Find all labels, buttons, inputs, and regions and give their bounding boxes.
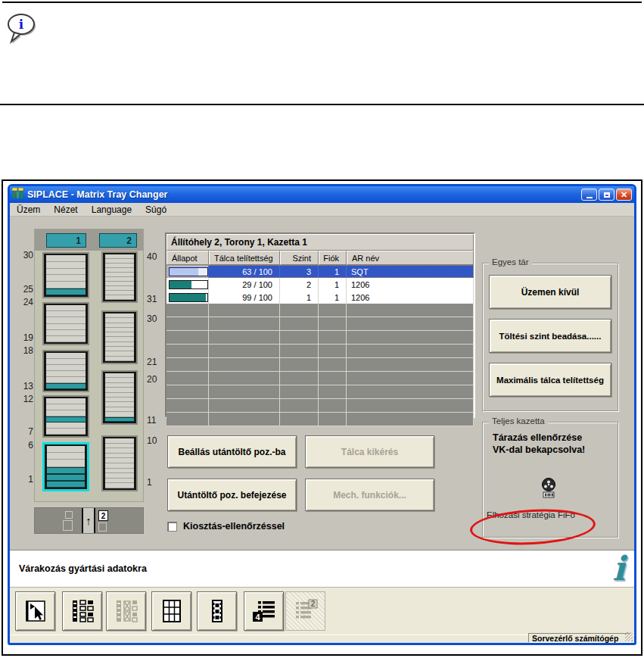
column-header-szint[interactable]: Szint (280, 251, 319, 265)
close-button[interactable]: ✕ (616, 189, 632, 201)
kiosztas-checkbox[interactable] (167, 522, 177, 532)
ar-name-cell: 1206 (347, 278, 474, 291)
elevator-ghost-box (65, 511, 73, 519)
tray-slot (105, 458, 134, 463)
empty-cell (166, 385, 209, 398)
resize-grip[interactable] (625, 632, 633, 641)
utantolto-befejezese-button[interactable]: Utántöltő poz. befejezése (167, 479, 297, 511)
empty-cell (347, 317, 474, 330)
list-level-4-toolbutton[interactable]: 4 (244, 591, 284, 631)
tower-2-label: 2 (99, 233, 137, 248)
tray-slot (46, 416, 86, 423)
status-cell (166, 278, 209, 291)
siplace-logo-icon (12, 188, 24, 201)
empty-cell (347, 413, 474, 426)
cassette-tower1-18-13[interactable] (42, 350, 89, 392)
tray-slot (46, 410, 86, 416)
title-bar[interactable]: SIPLACE - Matrix Tray Changer ✕ (10, 186, 634, 203)
mech-funkciok-button[interactable]: Mech. funkciók... (305, 479, 434, 511)
cassette-tower2-10-1[interactable] (101, 435, 138, 491)
group-teljes-kazetta-label: Teljes kazetta (489, 416, 548, 426)
tray-slot (46, 398, 86, 404)
cassette-tower1-12-7[interactable] (42, 395, 89, 438)
empty-cell (319, 317, 347, 330)
empty-cell (166, 358, 209, 371)
group-egyes-tar-label: Egyes tár (489, 257, 532, 267)
list-level-2-toolbutton[interactable]: 2 (285, 591, 325, 631)
menu-uzem[interactable]: Üzem (10, 204, 47, 215)
menu-nezet[interactable]: Nézet (47, 204, 84, 215)
grid-view-toolbutton[interactable] (151, 591, 191, 631)
table-empty-row[interactable] (166, 399, 474, 413)
elevator-ghost-box (63, 520, 73, 531)
cassette-tower1-24-19[interactable] (42, 302, 89, 345)
elevator-indicator: ↑ 2 (34, 507, 144, 534)
table-row[interactable]: 29 / 100 2 1 1206 (166, 278, 474, 291)
tray-slot (46, 324, 86, 330)
slot-number: 1 (17, 474, 33, 485)
tray-columns-toolbutton[interactable] (62, 591, 102, 631)
table-empty-row[interactable] (166, 345, 474, 358)
tray-table: Állítóhely 2, Torony 1, Kazetta 1 Állapo… (165, 232, 475, 418)
client-area: 1 2 30 25 24 19 18 13 12 7 6 (10, 217, 634, 643)
cassette-tower1-30-25[interactable] (42, 252, 89, 298)
tray-slot (46, 330, 86, 336)
pointer-icon (23, 599, 48, 623)
table-empty-row[interactable] (166, 413, 474, 426)
empty-cell (319, 372, 347, 385)
table-empty-row[interactable] (166, 385, 474, 399)
menu-sugo[interactable]: Súgó (138, 204, 173, 215)
empty-cell (209, 372, 280, 385)
column-header-arnev[interactable]: AR név (347, 251, 474, 265)
table-row[interactable]: 99 / 100 1 1 1206 (166, 291, 474, 304)
empty-cell (347, 399, 474, 412)
cassette-tower1-6-1-selected[interactable] (42, 442, 89, 491)
filmstrip-toolbutton[interactable] (197, 591, 237, 631)
empty-cell (209, 317, 280, 330)
group-teljes-kazetta: Teljes kazetta Tárazás ellenőrzése VK-da… (482, 422, 618, 538)
tray-slot (46, 336, 86, 342)
uzemen-kivul-button[interactable]: Üzemen kívül (489, 275, 611, 309)
cassette-tower2-30-21[interactable] (101, 310, 138, 364)
tray-slot (46, 317, 86, 323)
tray-slot (46, 365, 86, 371)
maximize-button[interactable] (599, 189, 614, 201)
filmstrip-icon (205, 599, 229, 623)
tray-columns-crossed-toolbutton[interactable] (106, 591, 146, 631)
tray-slot (105, 473, 134, 479)
cassette-tower2-40-31[interactable] (101, 251, 138, 303)
minimize-button[interactable] (581, 189, 597, 201)
strategy-fifo-label: Elhozási stratégia FiFo (487, 510, 575, 519)
fill-value-cell: 29 / 100 (209, 278, 280, 291)
menu-language[interactable]: Language (85, 204, 138, 215)
column-header-allapot[interactable]: Állapot (166, 251, 209, 265)
toltesi-szint-button[interactable]: Töltési szint beadása...... (489, 319, 611, 353)
pointer-select-toolbutton[interactable] (15, 591, 55, 631)
list-2-icon: 2 (293, 599, 319, 623)
tray-slot (46, 383, 86, 389)
talca-kikeres-button[interactable]: Tálca kikérés (305, 435, 434, 468)
tray-slot (46, 423, 86, 429)
tray-slot (47, 446, 85, 453)
tray-slot (46, 305, 86, 311)
table-empty-row[interactable] (166, 331, 474, 345)
status-message: Várakozás gyártási adatokra (19, 563, 147, 574)
column-header-telitettseg[interactable]: Tálca telítettség (209, 251, 280, 265)
table-empty-row[interactable] (166, 304, 474, 317)
empty-cell (209, 345, 280, 357)
document-rule-top (2, 2, 642, 3)
maximalis-talca-button[interactable]: Maximális tálca telítettség (489, 363, 611, 397)
table-empty-row[interactable] (166, 317, 474, 331)
slot-number: 10 (147, 435, 163, 446)
ar-name-cell: SQT (347, 265, 474, 278)
beallas-utantolto-button[interactable]: Beállás utántöltő poz.-ba (167, 435, 297, 468)
tray-slot (105, 479, 134, 484)
column-header-fiok[interactable]: Fiók (319, 251, 347, 265)
table-empty-row[interactable] (166, 358, 474, 372)
table-row[interactable]: 63 / 100 3 1 SQT (166, 265, 474, 278)
cassette-tower2-20-11[interactable] (101, 370, 138, 425)
table-empty-row[interactable] (166, 372, 474, 385)
slot-number: 1 (147, 477, 163, 488)
status-cell (166, 291, 209, 304)
status-bar: Sorvezérlő számítógép (10, 635, 634, 644)
